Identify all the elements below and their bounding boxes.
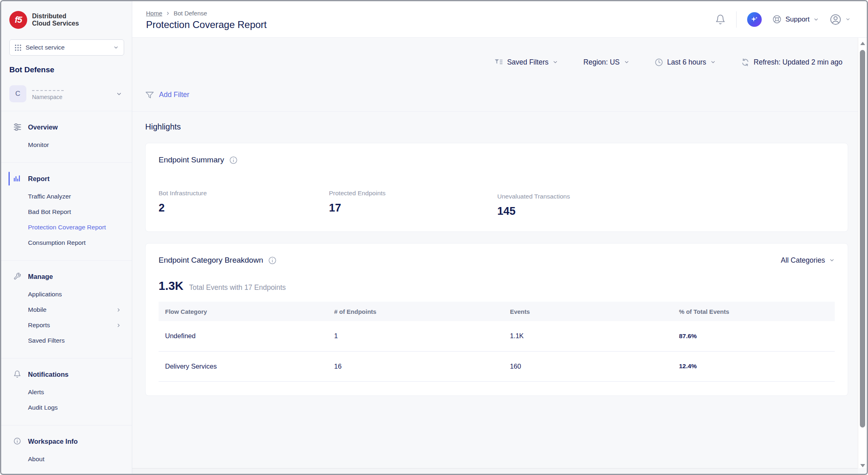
sidebar-section-label: Manage: [28, 273, 53, 281]
app-window: f5 Distributed Cloud Services Select ser…: [0, 0, 868, 475]
metric-label: Bot Infrastructure: [159, 190, 329, 197]
namespace-label: Namespace: [32, 94, 64, 100]
region-dropdown[interactable]: Region: US: [583, 58, 630, 67]
account-menu[interactable]: [829, 13, 851, 26]
support-label: Support: [785, 15, 810, 24]
divider: [132, 111, 867, 112]
notifications-bell-button[interactable]: [715, 14, 726, 25]
bell-icon: [13, 370, 21, 378]
table-row[interactable]: Delivery Services 16 160 12.4%: [159, 351, 835, 381]
wrench-icon: [13, 272, 21, 281]
total-events-caption: Total Events with 17 Endpoints: [189, 283, 286, 292]
metric-value: 2: [159, 202, 329, 214]
filter-funnel-lines-icon: [494, 58, 503, 66]
sidebar-section-label: Notifications: [28, 371, 69, 378]
refresh-icon: [741, 58, 750, 67]
f5-logo-icon: f5: [9, 11, 27, 29]
sidebar-item-alerts[interactable]: Alerts: [1, 384, 132, 400]
sidebar-item-traffic-analyzer[interactable]: Traffic Analyzer: [1, 189, 132, 204]
nav-section-notifications: Notifications Alerts Audit Logs: [1, 358, 132, 419]
sidebar-section-report[interactable]: Report: [1, 171, 132, 186]
namespace-selector[interactable]: C Namespace: [9, 82, 124, 105]
cell-num-endpoints: 16: [328, 351, 503, 381]
endpoint-category-breakdown-card: Endpoint Category Breakdown All Categori…: [145, 243, 848, 396]
cell-flow-category: Undefined: [159, 321, 328, 351]
all-categories-dropdown[interactable]: All Categories: [781, 256, 835, 265]
endpoint-summary-card: Endpoint Summary Bot Infrastructure 2 Pr…: [145, 143, 848, 232]
sidebar-item-saved-filters[interactable]: Saved Filters: [1, 333, 132, 348]
sidebar-item-bad-bot-report[interactable]: Bad Bot Report: [1, 204, 132, 220]
sidebar-section-label: Workspace Info: [28, 438, 78, 445]
page-content: Saved Filters Region: US: [132, 55, 867, 396]
sidebar-item-mobile[interactable]: Mobile: [1, 302, 132, 317]
vertical-scrollbar[interactable]: [858, 38, 867, 468]
sidebar-item-reports[interactable]: Reports: [1, 317, 132, 333]
scroll-up-arrow-icon[interactable]: [860, 42, 865, 45]
brand-text: Distributed Cloud Services: [32, 13, 79, 28]
info-icon: [13, 437, 21, 445]
scroll-down-arrow-icon[interactable]: [860, 464, 865, 467]
table-row[interactable]: Undefined 1 1.1K 87.6%: [159, 321, 835, 351]
sidebar-section-workspace-info[interactable]: Workspace Info: [1, 434, 132, 449]
all-categories-label: All Categories: [781, 256, 825, 265]
sidebar-section-overview[interactable]: Overview: [1, 119, 132, 135]
sliders-icon: [13, 123, 21, 131]
select-service-dropdown[interactable]: Select service: [9, 39, 124, 56]
chevron-right-icon: [165, 11, 170, 16]
sidebar-section-notifications[interactable]: Notifications: [1, 367, 132, 382]
sidebar-section-label: Report: [28, 175, 49, 183]
refresh-label: Refresh: Updated 2 min ago: [754, 58, 842, 67]
cell-events: 1.1K: [503, 321, 672, 351]
top-header: Home Bot Defense Protection Coverage Rep…: [132, 1, 867, 38]
chevron-down-icon: [845, 17, 851, 22]
brand-line1: Distributed: [32, 13, 79, 20]
total-events-value: 1.3K: [159, 279, 183, 293]
time-range-dropdown[interactable]: Last 6 hours: [655, 58, 716, 67]
chevron-down-icon: [624, 59, 630, 65]
category-breakdown-table: Flow Category # of Endpoints Events % of…: [159, 302, 835, 382]
funnel-icon: [145, 91, 154, 99]
chevron-down-icon: [710, 59, 716, 65]
info-icon[interactable]: [268, 256, 277, 265]
sidebar-section-label: Overview: [28, 123, 58, 131]
saved-filters-dropdown[interactable]: Saved Filters: [494, 58, 558, 67]
chevron-down-icon: [113, 45, 119, 50]
sidebar-item-about[interactable]: About: [1, 451, 132, 467]
sidebar-item-label: Consumption Report: [28, 239, 86, 246]
main-area: Home Bot Defense Protection Coverage Rep…: [132, 1, 867, 474]
sidebar-item-protection-coverage-report[interactable]: Protection Coverage Report: [1, 220, 132, 235]
metric-protected-endpoints: Protected Endpoints 17: [329, 190, 497, 218]
column-pct-total-events: % of Total Events: [672, 302, 835, 321]
sidebar-item-label: Traffic Analyzer: [28, 193, 71, 200]
breadcrumb-home-link[interactable]: Home: [146, 10, 162, 17]
refresh-status[interactable]: Refresh: Updated 2 min ago: [741, 58, 842, 67]
highlights-heading: Highlights: [145, 122, 848, 132]
chevron-right-icon: [116, 307, 121, 313]
chevron-down-icon: [552, 59, 558, 65]
sidebar-item-label: About: [28, 456, 45, 463]
sidebar-item-audit-logs[interactable]: Audit Logs: [1, 400, 132, 415]
sidebar-item-consumption-report[interactable]: Consumption Report: [1, 235, 132, 250]
support-menu[interactable]: Support: [772, 15, 819, 24]
sidebar-item-label: Mobile: [28, 306, 47, 313]
metric-label: Unevaluated Transactions: [497, 193, 668, 200]
clock-icon: [655, 58, 663, 67]
horizontal-scrollbar[interactable]: [132, 468, 858, 474]
breadcrumb: Home Bot Defense: [146, 10, 267, 17]
namespace-avatar: C: [9, 85, 26, 102]
scrollbar-thumb[interactable]: [860, 50, 865, 428]
endpoint-summary-title: Endpoint Summary: [159, 155, 224, 164]
brand: f5 Distributed Cloud Services: [9, 11, 124, 29]
sidebar-item-label: Applications: [28, 291, 62, 298]
sidebar-item-applications[interactable]: Applications: [1, 287, 132, 302]
sidebar-item-monitor[interactable]: Monitor: [1, 137, 132, 153]
ai-assistant-icon[interactable]: [747, 12, 762, 27]
sidebar-section-manage[interactable]: Manage: [1, 269, 132, 284]
sidebar-item-label: Protection Coverage Report: [28, 224, 106, 231]
chevron-down-icon: [829, 257, 835, 263]
cell-events: 160: [503, 351, 672, 381]
select-service-label: Select service: [26, 44, 64, 51]
sidebar-item-label: Monitor: [28, 141, 49, 149]
info-icon[interactable]: [229, 156, 238, 164]
add-filter-button[interactable]: Add Filter: [145, 91, 189, 99]
